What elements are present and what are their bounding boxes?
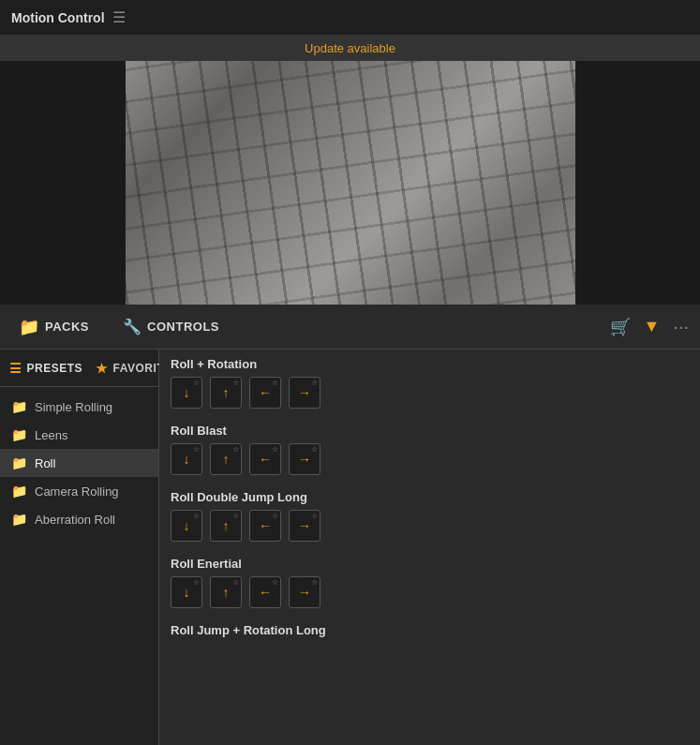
favorite-star-icon: ☆	[311, 379, 318, 387]
folder-item-icon: 📁	[11, 455, 27, 470]
arrow-icon: ↑	[223, 585, 230, 600]
preset-title: Roll Jump + Rotation Long	[171, 623, 689, 637]
folder-item-icon: 📁	[11, 399, 27, 414]
favorite-star-icon: ☆	[193, 578, 200, 587]
favorite-star-icon: ☆	[272, 379, 278, 387]
sidebar-item-simple-rolling[interactable]: 📁 Simple Rolling	[0, 393, 158, 421]
preset-title: Roll + Rotation	[171, 357, 689, 371]
favorite-star-icon: ☆	[193, 445, 200, 454]
ctrl-btn-right[interactable]: → ☆	[289, 576, 320, 608]
ctrl-btn-up[interactable]: ↑ ☆	[210, 510, 242, 542]
favorite-star-icon: ☆	[193, 379, 200, 387]
arrow-icon: ←	[259, 385, 272, 400]
preview-area	[0, 61, 700, 305]
arrow-icon: →	[298, 452, 311, 467]
ctrl-btn-down[interactable]: ↓ ☆	[171, 510, 202, 542]
more-icon[interactable]: ···	[673, 316, 689, 337]
favorite-star-icon: ☆	[272, 578, 278, 587]
arrow-icon: ↑	[223, 518, 230, 533]
controls-button[interactable]: 🔧 CONTROLS	[115, 314, 227, 339]
folder-item-label: Camera Rolling	[35, 484, 119, 499]
preset-title: Roll Enertial	[171, 557, 689, 571]
folder-icon: 📁	[19, 317, 39, 337]
presets-tabs: ☰ PRESETS ★ FAVORITES	[0, 350, 158, 387]
main-area: ☰ PRESETS ★ FAVORITES 📁 Simple Rolling 📁…	[0, 350, 700, 745]
ctrl-btn-right[interactable]: → ☆	[289, 510, 320, 542]
favorite-star-icon: ☆	[311, 445, 318, 454]
arrow-icon: ↑	[223, 385, 230, 400]
app-title: Motion Control	[11, 10, 105, 25]
arrow-icon: ←	[259, 452, 272, 467]
preset-title: Roll Double Jump Long	[171, 490, 689, 504]
preset-group-roll-rotation: Roll + Rotation ↓ ☆ ↑ ☆ ← ☆ → ☆	[171, 357, 689, 409]
folder-item-label: Leens	[35, 428, 67, 442]
folder-item-icon: 📁	[11, 427, 27, 442]
toolbar: 📁 PACKS 🔧 CONTROLS 🛒 ▼ ···	[0, 305, 700, 350]
favorite-star-icon: ☆	[232, 445, 239, 454]
ctrl-btn-down[interactable]: ↓ ☆	[171, 377, 202, 409]
ctrl-btn-right[interactable]: → ☆	[289, 443, 320, 475]
arrow-icon: →	[298, 585, 311, 600]
folder-item-icon: 📁	[11, 512, 27, 527]
favorite-star-icon: ☆	[311, 578, 318, 587]
folder-item-icon: 📁	[11, 484, 27, 499]
preset-controls-row: ↓ ☆ ↑ ☆ ← ☆ → ☆	[171, 377, 689, 409]
preset-group-roll-blast: Roll Blast ↓ ☆ ↑ ☆ ← ☆ → ☆	[171, 424, 689, 475]
wrench-icon: 🔧	[123, 318, 141, 335]
sidebar: ☰ PRESETS ★ FAVORITES 📁 Simple Rolling 📁…	[0, 350, 159, 745]
top-bar: Motion Control ☰	[0, 0, 700, 35]
ctrl-btn-down[interactable]: ↓ ☆	[171, 576, 202, 608]
preview-image	[126, 61, 575, 305]
ctrl-btn-left[interactable]: ← ☆	[249, 377, 281, 409]
sidebar-item-roll[interactable]: 📁 Roll	[0, 449, 158, 477]
menu-icon[interactable]: ☰	[112, 8, 126, 26]
ctrl-btn-up[interactable]: ↑ ☆	[210, 443, 242, 475]
arrow-icon: ↓	[184, 518, 190, 533]
ctrl-btn-down[interactable]: ↓ ☆	[171, 443, 202, 475]
ctrl-btn-up[interactable]: ↑ ☆	[210, 576, 242, 608]
ctrl-btn-up[interactable]: ↑ ☆	[210, 377, 242, 409]
favorite-star-icon: ☆	[272, 445, 278, 454]
folder-item-label: Roll	[35, 456, 55, 470]
sidebar-item-leens[interactable]: 📁 Leens	[0, 421, 158, 449]
arrow-icon: ↓	[184, 385, 190, 400]
favorite-star-icon: ☆	[232, 379, 239, 387]
tab-presets[interactable]: ☰ PRESETS	[9, 361, 82, 376]
favorite-star-icon: ☆	[272, 512, 278, 520]
packs-button[interactable]: 📁 PACKS	[11, 313, 97, 341]
ctrl-btn-left[interactable]: ← ☆	[249, 510, 281, 542]
arrow-icon: ←	[259, 585, 272, 600]
arrow-icon: →	[298, 385, 311, 400]
sidebar-item-camera-rolling[interactable]: 📁 Camera Rolling	[0, 477, 158, 505]
right-panel: Roll + Rotation ↓ ☆ ↑ ☆ ← ☆ → ☆ Roll Bla…	[159, 350, 700, 745]
presets-tab-label: PRESETS	[27, 362, 83, 375]
controls-label: CONTROLS	[147, 320, 219, 334]
ctrl-btn-right[interactable]: → ☆	[289, 377, 320, 409]
cart-icon[interactable]: 🛒	[610, 317, 631, 337]
folder-item-label: Aberration Roll	[35, 513, 115, 527]
sidebar-item-aberration-roll[interactable]: 📁 Aberration Roll	[0, 505, 158, 533]
update-bar: Update available	[0, 35, 700, 61]
packs-label: PACKS	[45, 320, 89, 334]
favorite-star-icon: ☆	[232, 512, 239, 520]
arrow-icon: ↑	[223, 452, 230, 467]
preset-controls-row: ↓ ☆ ↑ ☆ ← ☆ → ☆	[171, 443, 689, 475]
star-icon: ★	[96, 361, 109, 376]
preset-title: Roll Blast	[171, 424, 689, 438]
lines-icon: ☰	[9, 361, 22, 376]
folder-list: 📁 Simple Rolling 📁 Leens 📁 Roll 📁 Camera…	[0, 387, 158, 745]
arrow-icon: ←	[259, 518, 272, 533]
ctrl-btn-left[interactable]: ← ☆	[249, 576, 281, 608]
arrow-icon: →	[298, 518, 311, 533]
ctrl-btn-left[interactable]: ← ☆	[249, 443, 281, 475]
download-icon[interactable]: ▼	[644, 317, 661, 336]
preset-group-roll-enertial: Roll Enertial ↓ ☆ ↑ ☆ ← ☆ → ☆	[171, 557, 689, 608]
preset-group-roll-double-jump-long: Roll Double Jump Long ↓ ☆ ↑ ☆ ← ☆ → ☆	[171, 490, 689, 542]
preset-controls-row: ↓ ☆ ↑ ☆ ← ☆ → ☆	[171, 510, 689, 542]
arrow-icon: ↓	[184, 585, 190, 600]
update-text: Update available	[305, 41, 395, 55]
favorite-star-icon: ☆	[232, 578, 239, 587]
favorite-star-icon: ☆	[193, 512, 200, 520]
favorite-star-icon: ☆	[311, 512, 318, 520]
arrow-icon: ↓	[184, 452, 190, 467]
